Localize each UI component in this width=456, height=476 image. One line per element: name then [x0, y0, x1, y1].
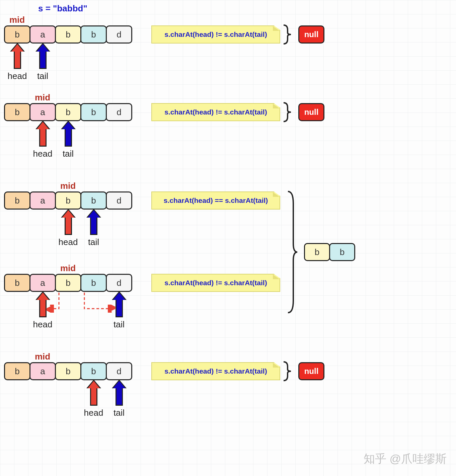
tail-arrow: tail — [29, 44, 56, 81]
result-bb: b b — [304, 243, 354, 261]
cell-array: babbdmid head tail — [4, 362, 131, 380]
tail-label: tail — [88, 237, 99, 247]
cell: a — [29, 103, 56, 121]
mid-label: mid — [60, 263, 76, 273]
diagram-row: babbdmid head tails.charAt(head) != s.ch… — [4, 103, 324, 123]
tail-arrow: tail — [80, 210, 107, 247]
cell: b — [4, 362, 30, 380]
head-label: head — [33, 149, 53, 159]
head-label: head — [59, 237, 78, 247]
code-note: s.charAt(head) != s.charAt(tail) — [151, 274, 280, 292]
head-arrow: head — [4, 44, 30, 81]
tail-label: tail — [113, 408, 125, 418]
cell: b — [55, 25, 81, 44]
tail-arrow: tail — [55, 122, 81, 159]
cell-array: babbdmid head tail — [4, 25, 131, 44]
cell: b — [55, 274, 81, 292]
head-label: head — [84, 408, 103, 418]
cell: a — [29, 191, 56, 210]
cell: b — [55, 191, 81, 210]
mid-label: mid — [9, 15, 25, 25]
cell: b — [55, 362, 81, 380]
cell: b — [4, 103, 30, 121]
brace-icon — [282, 24, 292, 45]
brace-icon — [282, 361, 292, 382]
mid-label: mid — [35, 351, 50, 362]
result-null: null — [298, 362, 324, 380]
cell: b — [4, 25, 30, 44]
cell: b — [4, 274, 30, 292]
big-brace-group: b b — [287, 190, 354, 314]
code-note: s.charAt(head) == s.charAt(tail) — [151, 191, 280, 210]
head-arrow: head — [29, 122, 56, 159]
head-arrow: head — [80, 381, 107, 418]
diagram-row: babbdmid head tails.charAt(head) == s.ch… — [4, 191, 280, 210]
cell: b — [80, 274, 107, 292]
cell: d — [106, 191, 132, 210]
result-null: null — [298, 103, 324, 121]
cell: b — [80, 362, 107, 380]
cell: d — [106, 362, 132, 380]
mid-label: mid — [35, 92, 50, 103]
code-note: s.charAt(head) != s.charAt(tail) — [151, 362, 280, 380]
diagram-row: babbdmid head tails.charAt(head) != s.ch… — [4, 362, 324, 382]
watermark: 知乎 @爪哇缪斯 — [364, 451, 447, 467]
dashed-connectors — [4, 292, 145, 322]
code-note: s.charAt(head) != s.charAt(tail) — [151, 103, 280, 121]
result-null: null — [298, 25, 324, 44]
cell: d — [106, 274, 132, 292]
cell: d — [106, 103, 132, 121]
code-note: s.charAt(head) != s.charAt(tail) — [151, 25, 280, 44]
head-arrow: head — [55, 210, 81, 247]
cell-array: babbdmid head tail — [4, 103, 131, 121]
tail-arrow: tail — [106, 381, 132, 418]
cell: a — [29, 362, 56, 380]
tail-label: tail — [63, 149, 74, 159]
cell: a — [29, 25, 56, 44]
head-label: head — [8, 71, 27, 81]
result-cell-b2: b — [329, 243, 355, 261]
title-text: s = "babbd" — [38, 3, 87, 14]
cell: d — [106, 25, 132, 44]
cell-array: babbdmid head tail — [4, 274, 131, 292]
cell: b — [55, 103, 81, 121]
brace-icon — [282, 101, 292, 123]
mid-label: mid — [60, 181, 76, 191]
diagram-row: babbdmid head tail s.charAt(head) != s.c… — [4, 274, 280, 292]
diagram-row: babbdmid head tails.charAt(head) != s.ch… — [4, 25, 324, 45]
brace-icon — [287, 190, 298, 314]
cell: b — [4, 191, 30, 210]
cell-array: babbdmid head tail — [4, 191, 131, 210]
tail-label: tail — [37, 71, 48, 81]
cell: a — [29, 274, 56, 292]
result-cell-b1: b — [304, 243, 330, 261]
cell: b — [80, 25, 107, 44]
cell: b — [80, 191, 107, 210]
cell: b — [80, 103, 107, 121]
